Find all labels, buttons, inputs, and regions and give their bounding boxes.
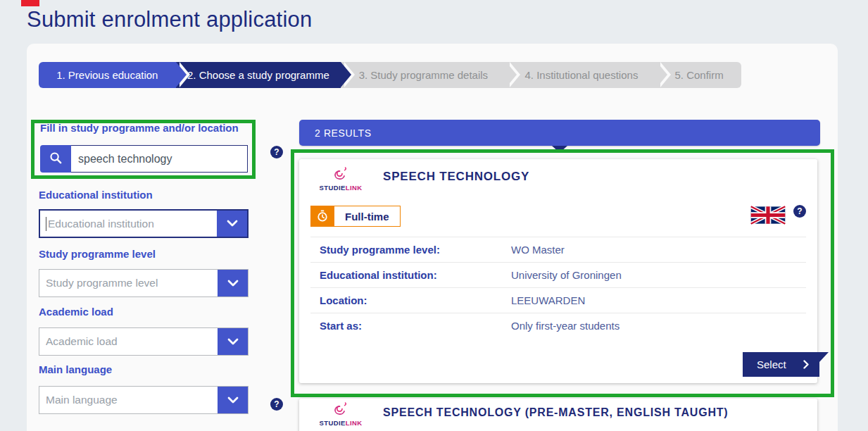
step-study-programme-details: 3. Study programme details <box>341 62 506 88</box>
studielink-wordmark: STUDIELINK <box>317 185 364 192</box>
dropdown-button-main-language[interactable] <box>218 387 248 413</box>
chevron-down-icon <box>227 218 238 229</box>
chevron-down-icon <box>227 337 239 347</box>
result-card: STUDIELINK SPEECH TECHNOLOGY Full-time <box>299 159 817 383</box>
help-icon-language[interactable]: ? <box>793 205 806 218</box>
dropdown-input-academic-load[interactable] <box>39 328 218 355</box>
search-row <box>40 145 248 173</box>
programme-details: Study programme level: WO Master Educati… <box>310 237 806 338</box>
fulltime-badge-label: Full-time <box>334 206 401 227</box>
text-caret <box>46 217 46 231</box>
programme-title: SPEECH TECHNOLOGY (PRE-MASTER, ENGLISH T… <box>383 406 728 419</box>
detail-row-location: Location: LEEUWARDEN <box>310 287 806 313</box>
step-institutional-questions: 4. Institutional questions <box>506 62 658 88</box>
result-card-2: STUDIELINK SPEECH TECHNOLOGY (PRE-MASTER… <box>299 399 817 431</box>
search-label: Fill in study programme and/or location <box>40 122 239 134</box>
detail-row-institution: Educational institution: University of G… <box>310 262 806 287</box>
detail-row-start-as: Start as: Only first-year students <box>310 313 806 338</box>
red-marker <box>21 0 39 6</box>
search-icon <box>49 151 63 167</box>
help-icon-main-language[interactable]: ? <box>270 398 283 411</box>
filter-label-educational-institution: Educational institution <box>39 189 153 201</box>
page: Submit enrolment application 1. Previous… <box>0 0 868 431</box>
dropdown-input-study-programme-level[interactable] <box>39 270 218 296</box>
clock-icon <box>310 206 334 227</box>
studielink-swirl-icon <box>332 406 349 418</box>
dropdown-button-academic-load[interactable] <box>218 328 248 355</box>
fulltime-badge: Full-time <box>310 206 401 227</box>
chevron-right-icon <box>803 360 809 369</box>
filter-label-academic-load: Academic load <box>39 306 113 318</box>
filter-label-main-language: Main language <box>39 363 112 375</box>
help-icon-search[interactable]: ? <box>270 146 283 158</box>
dropdown-study-programme-level[interactable] <box>39 269 249 297</box>
studielink-wordmark: STUDIELINK <box>317 420 364 427</box>
select-button[interactable]: Select <box>743 352 829 377</box>
dropdown-input-main-language[interactable] <box>39 387 218 413</box>
search-input[interactable] <box>71 145 248 173</box>
programme-title: SPEECH TECHNOLOGY <box>383 170 529 184</box>
step-choose-study-programme[interactable]: 2. Choose a study programme <box>176 62 341 88</box>
studielink-logo: STUDIELINK <box>317 402 364 427</box>
dropdown-educational-institution[interactable] <box>39 209 249 238</box>
step-previous-education[interactable]: 1. Previous education <box>39 62 176 88</box>
studielink-swirl-icon <box>332 171 349 183</box>
search-button[interactable] <box>40 145 71 173</box>
chevron-down-icon <box>227 395 239 406</box>
select-button-label: Select <box>757 358 786 370</box>
dropdown-button-educational-institution[interactable] <box>217 211 247 237</box>
detail-row-level: Study programme level: WO Master <box>310 237 806 262</box>
uk-flag-icon <box>750 204 786 227</box>
filter-label-study-programme-level: Study programme level <box>39 248 156 260</box>
dropdown-input-educational-institution[interactable] <box>40 211 217 237</box>
chevron-down-icon <box>227 278 239 289</box>
studielink-logo: STUDIELINK <box>317 167 364 192</box>
dropdown-main-language[interactable] <box>39 386 249 414</box>
dropdown-button-study-programme-level[interactable] <box>218 270 248 296</box>
dropdown-academic-load[interactable] <box>39 327 249 356</box>
page-title: Submit enrolment application <box>27 7 312 32</box>
results-count-bar: 2 RESULTS <box>299 120 820 146</box>
content-panel: 1. Previous education 2. Choose a study … <box>27 44 838 431</box>
wizard-steps: 1. Previous education 2. Choose a study … <box>39 62 741 88</box>
